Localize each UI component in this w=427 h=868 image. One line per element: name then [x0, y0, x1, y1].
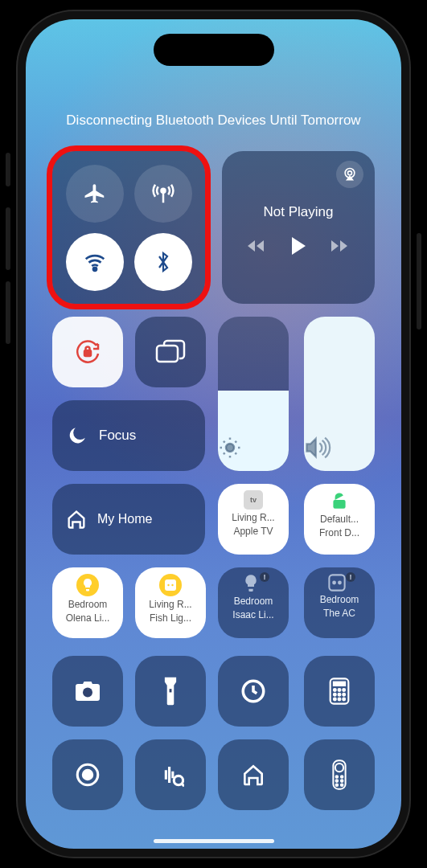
- svg-point-21: [343, 689, 345, 691]
- camera-icon: [73, 679, 102, 703]
- home-tile-line2: Apple TV: [223, 526, 284, 537]
- wifi-toggle[interactable]: [66, 233, 124, 291]
- bulb-icon: [76, 574, 99, 596]
- record-icon: [74, 761, 101, 788]
- music-recognition-shortcut[interactable]: [135, 739, 206, 810]
- appletv-icon: tv: [244, 490, 263, 510]
- svg-point-37: [336, 784, 339, 786]
- control-center: Not Playing Focus My Home: [52, 151, 375, 823]
- svg-point-20: [339, 689, 341, 691]
- tile-line1: Bedroom: [57, 600, 118, 610]
- rewind-button[interactable]: [248, 239, 267, 253]
- svg-point-25: [334, 698, 336, 701]
- svg-point-19: [334, 689, 336, 691]
- tile-line2: Olena Li...: [57, 613, 118, 624]
- my-home-button[interactable]: My Home: [52, 484, 205, 555]
- timer-shortcut[interactable]: [218, 656, 289, 727]
- svg-point-27: [343, 698, 345, 701]
- focus-button[interactable]: Focus: [52, 400, 205, 471]
- remote-shortcut[interactable]: [304, 739, 375, 810]
- home-indicator[interactable]: [154, 839, 274, 843]
- svg-point-1: [93, 267, 96, 270]
- svg-point-22: [334, 694, 336, 696]
- tile-line1: Bedroom: [309, 595, 370, 605]
- focus-label: Focus: [99, 428, 136, 444]
- play-button[interactable]: [289, 236, 307, 256]
- speaker-icon: [304, 436, 375, 460]
- home-tile-bulb-2[interactable]: ! Bedroom Isaac Li...: [218, 567, 289, 638]
- power-button: [417, 233, 421, 330]
- brightness-slider[interactable]: [218, 317, 289, 471]
- tile-line2: Fish Lig...: [140, 613, 201, 624]
- svg-point-14: [83, 688, 92, 698]
- svg-point-26: [339, 698, 341, 701]
- flashlight-icon: [162, 676, 179, 706]
- forward-button[interactable]: [330, 239, 349, 253]
- svg-rect-7: [333, 500, 345, 509]
- mirroring-icon: [155, 339, 186, 365]
- media-module[interactable]: Not Playing: [222, 151, 375, 304]
- home-tile-bulb-1[interactable]: Bedroom Olena Li...: [52, 567, 123, 638]
- wifi-icon: [83, 250, 107, 274]
- side-button: [6, 281, 10, 344]
- svg-rect-18: [334, 682, 345, 686]
- svg-point-32: [335, 764, 343, 772]
- volume-slider[interactable]: [304, 317, 375, 471]
- volume-up-button: [6, 153, 10, 186]
- status-banner: Disconnecting Bluetooth Devices Until To…: [26, 113, 401, 129]
- flashlight-shortcut[interactable]: [135, 656, 206, 727]
- home-icon: [240, 762, 266, 788]
- airplane-icon: [83, 182, 107, 206]
- bluetooth-icon: [154, 250, 173, 274]
- calculator-icon: [329, 678, 350, 705]
- now-playing-label: Not Playing: [233, 204, 363, 220]
- home-tile-outlet-2[interactable]: ! Bedroom The AC: [304, 567, 375, 638]
- remote-icon: [332, 760, 347, 790]
- moon-icon: [67, 425, 88, 446]
- svg-point-38: [341, 784, 343, 786]
- screen-record-shortcut[interactable]: [52, 739, 123, 810]
- orientation-lock-toggle[interactable]: [52, 317, 123, 387]
- dynamic-island: [154, 34, 274, 66]
- screen: Disconnecting Bluetooth Devices Until To…: [26, 19, 401, 849]
- camera-shortcut[interactable]: [52, 656, 123, 727]
- sun-icon: [218, 436, 289, 460]
- screen-mirroring-button[interactable]: [135, 317, 206, 387]
- bulb-icon: [242, 574, 260, 593]
- airplay-icon: [342, 166, 358, 182]
- home-tile-appletv[interactable]: tv Living R... Apple TV: [218, 484, 289, 555]
- cellular-data-toggle[interactable]: [134, 165, 192, 223]
- outlet-icon: [159, 574, 182, 596]
- airplay-button[interactable]: [336, 161, 363, 188]
- bluetooth-toggle[interactable]: [134, 233, 192, 291]
- rotation-lock-icon: [72, 336, 104, 368]
- home-tile-lock[interactable]: Default... Front D...: [304, 484, 375, 555]
- svg-point-3: [348, 171, 352, 175]
- tile-line1: Living R...: [140, 600, 201, 610]
- svg-rect-4: [84, 350, 91, 356]
- airplane-mode-toggle[interactable]: [66, 165, 124, 223]
- svg-point-24: [343, 694, 345, 696]
- svg-point-35: [336, 780, 339, 782]
- svg-rect-5: [157, 346, 178, 362]
- shazam-icon: [157, 761, 184, 788]
- svg-point-12: [333, 582, 335, 584]
- tile-line1: Bedroom: [223, 596, 284, 607]
- alert-badge-icon: !: [260, 572, 269, 582]
- svg-rect-11: [329, 575, 344, 590]
- antenna-icon: [151, 182, 175, 206]
- connectivity-module[interactable]: [52, 151, 205, 304]
- alert-badge-icon: !: [346, 572, 355, 582]
- svg-point-13: [339, 582, 341, 584]
- svg-point-29: [83, 770, 92, 779]
- svg-point-9: [167, 584, 169, 586]
- svg-point-23: [339, 694, 341, 696]
- svg-rect-15: [170, 689, 172, 692]
- calculator-shortcut[interactable]: [304, 656, 375, 727]
- svg-point-30: [174, 776, 183, 784]
- home-tile-outlet-1[interactable]: Living R... Fish Lig...: [135, 567, 206, 638]
- phone-frame: Disconnecting Bluetooth Devices Until To…: [18, 11, 409, 857]
- home-app-shortcut[interactable]: [218, 739, 289, 810]
- home-tile-line2: Front D...: [309, 528, 370, 538]
- tile-line2: Isaac Li...: [223, 610, 284, 620]
